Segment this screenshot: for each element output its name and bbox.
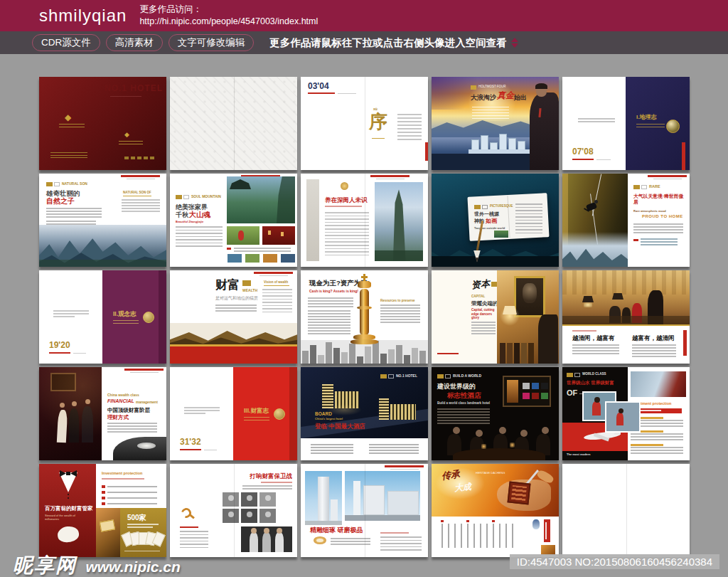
text-line [572,344,619,346]
brochure-thumbnail[interactable]: 百万富翁的财富管家Steward of the wealth of millio… [39,464,166,557]
text-line [119,141,143,142]
text-line [107,423,157,424]
brochure-thumbnail[interactable]: RARE大气以天意境·稀世而傲居Rare atmospheric moodPRO… [562,174,690,267]
brochure-thumbnail[interactable]: NATURAL SON雄奇壮丽的自然之子NATURAL SON OF [39,174,166,267]
profile-url[interactable]: http://hi.nipic.com/people/4547003/index… [139,16,318,28]
text-line [515,226,542,228]
brochure-thumbnail[interactable]: HOLTMOST FOUR大浪淘沙真金始出 [432,77,559,170]
text-label: 世界级山水 世界级财富 [567,380,614,386]
text-line [59,124,85,125]
text-line [380,307,420,309]
vertical-text-column [461,524,462,548]
brochure-thumbnail[interactable]: 传承大成HERITAGE DACHENG [432,464,559,557]
text-line [578,121,615,122]
brochure-thumbnail[interactable]: 财富WEALTH是对运气和地位的犒赏Vision of wealth [170,270,297,364]
column-marker [466,520,469,522]
text-line [107,431,157,433]
text-line [471,333,496,334]
text-line [641,238,678,240]
brochure-thumbnail[interactable]: BUILD A WORLD建设世界级的标志性酒店Build a world cl… [432,367,559,460]
tag-cdr-source[interactable]: CDR源文件 [32,34,100,51]
tag-hd-material[interactable]: 高清素材 [106,34,163,51]
text-line [176,245,223,247]
text-line [308,306,353,307]
dinner-table [453,448,545,460]
brochure-thumbnail[interactable]: PICTURESQUE世外一桃源神韵如画Taoyuan outside worl… [432,174,559,267]
brochure-thumbnail[interactable]: SOUL MOUNTAIN绝美张家界千秋大山魂Beautiful Zhangji… [170,174,297,267]
brochure-thumbnail[interactable] [170,77,297,170]
site-logo: 昵享网 www.nipic.cn [13,552,181,577]
group-figure [262,532,271,552]
site-logo-cn: 昵享网 [13,554,77,576]
photo-strip [227,253,242,263]
text-label: 建设世界级的 [437,383,476,391]
road [345,515,420,521]
candle-glow [510,443,515,448]
decor [372,138,385,139]
up-down-arrow-icon[interactable] [511,38,518,48]
page-fold [234,464,235,557]
text-line [572,347,619,349]
text-line [176,239,223,240]
text-line [380,540,422,541]
brochure-thumbnail[interactable]: 资本CAPITAL荣耀尖端的舞蹈者Capital, cutting edge d… [432,270,559,364]
text-line [380,313,420,314]
text-label: 中国顶级财富阶层 [107,407,150,413]
books [528,343,534,364]
text-label: 大山魂 [189,211,210,220]
white-tower [331,499,338,521]
text-line [308,310,350,312]
text-line [380,319,420,320]
visit-info: 更多作品访问： http://hi.nipic.com/people/45470… [139,4,318,28]
text-line [515,207,542,208]
text-line [262,312,292,313]
brochure-thumbnail[interactable]: 精雕细琢 研磨极品 [301,464,428,557]
text-line [471,322,496,323]
text-label: RARE [649,184,660,189]
text-label: Rare atmospheric mood [633,209,666,213]
brochure-thumbnail[interactable]: NO.1 HOTELBOARDChina's largest hotel登临·中… [301,367,428,460]
brochure-thumbnail[interactable]: 31'32III.财富志 [170,367,297,460]
text-line [107,497,157,499]
text-label: Build a world class landmark hotel [437,401,490,406]
brochure-thumbnail[interactable]: 越清闲，越富有越富有，越清闲 [562,270,690,364]
brochure-thumbnail[interactable]: 打响财富保卫战 [170,464,297,557]
spine-band [159,270,166,364]
brochure-thumbnail[interactable]: 03'04xù序 [301,77,428,170]
text-label: China wealth class [107,393,139,397]
text-label: FINANCIAL [107,398,134,405]
decor [150,157,154,159]
brochure-thumbnail[interactable]: China wealth classFINANCIALmanagement中国顶… [39,367,166,460]
text-label: 养在深闺人未识 [325,196,368,204]
brochure-thumbnail[interactable]: 19'20II.观念志 [39,270,166,364]
site-logo-url: www.nipic.cn [85,559,180,575]
text-line [325,245,369,246]
brochure-thumbnail[interactable]: NO.1 HOTEL◆◆ [39,77,166,170]
text-line [262,292,292,294]
text-line [308,316,350,317]
diner-head [542,427,549,434]
brochure-thumbnail[interactable]: 养在深闺人未识 [301,174,428,267]
text-line [437,408,490,410]
text-line [234,250,291,252]
decor [180,449,201,450]
text-line [631,450,683,451]
text-line [632,344,676,346]
sofa [562,316,690,324]
scroll-notice: 更多作品请鼠标往下拉或点击右侧头像进入空间查看 [269,36,507,50]
text-line [184,413,205,414]
gold-swirl-icon [179,506,193,519]
logo-tile [532,383,539,389]
brochure-thumbnail[interactable]: 现金为王?资产为王!Cash is king? Assets is king!R… [301,270,428,364]
page-fold [365,77,365,170]
photo-gold [96,508,120,557]
decor [572,159,594,160]
text-line [50,155,87,156]
lamp-shade [612,293,623,300]
brochure-thumbnail[interactable]: 07'08I.地理志 [562,77,690,170]
brochure-thumbnail[interactable]: WORLD CLASS世界级山水 世界级财富OFThe most modernI… [562,367,690,460]
text-label: Cash is king? Assets is king! [309,289,358,293]
tag-editable-text[interactable]: 文字可修改编辑 [168,34,255,51]
brochure-thumbnail[interactable] [562,464,690,557]
vertical-text-column [499,524,500,548]
